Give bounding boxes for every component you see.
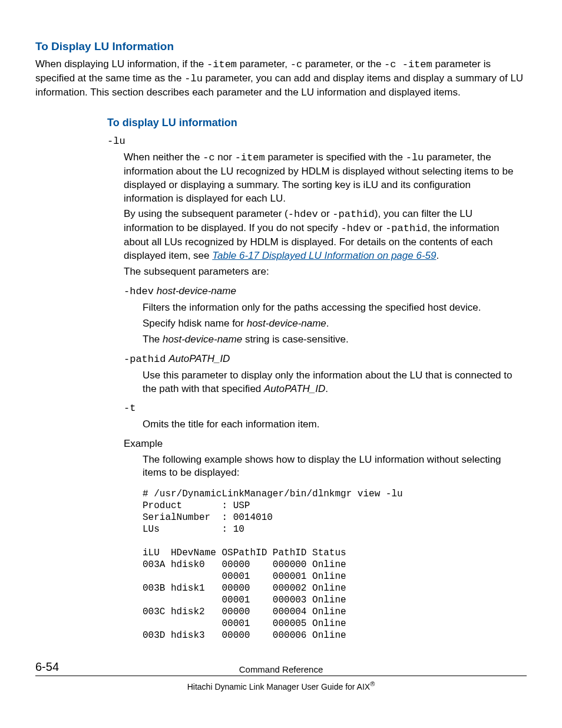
page-content: To Display LU Information When displayin…	[0, 0, 562, 641]
code-inline: -c -item	[384, 59, 432, 70]
example-label: Example	[124, 437, 520, 451]
text: When displaying LU information, if the	[35, 58, 207, 70]
text: .	[436, 250, 439, 261]
code-inline: -lu	[406, 152, 424, 163]
arg: host-device-name	[157, 285, 236, 297]
param-hdev: -hdev host-device-name	[124, 285, 520, 299]
hdev-line-2: Specify hdisk name for host-device-name.	[143, 317, 520, 331]
text: parameter,	[237, 58, 290, 70]
intro-paragraph: When displaying LU information, if the -…	[35, 58, 527, 100]
arg: AutoPATH_ID	[168, 353, 230, 364]
lu-paragraph-3: The subsequent parameters are:	[124, 265, 520, 279]
code-inline: -pathid	[124, 354, 166, 365]
table-link[interactable]: Table 6-17 Displayed LU Information on p…	[212, 250, 436, 261]
text: Hitachi Dynamic Link Manager User Guide …	[187, 682, 370, 691]
text: When neither the	[124, 151, 203, 163]
pathid-line-1: Use this parameter to display only the i…	[143, 369, 520, 396]
text: By using the subsequent parameter (	[124, 208, 288, 219]
param-t: -t	[124, 402, 520, 416]
t-line-1: Omits the title for each information ite…	[143, 418, 520, 431]
page-number: 6-54	[35, 659, 59, 675]
code-inline: -hdev	[341, 223, 371, 234]
text: string is case-sensitive.	[242, 334, 348, 345]
code-inline: -pathid	[332, 209, 374, 220]
arg: host-device-name	[163, 334, 242, 345]
text: or	[371, 222, 386, 233]
param-pathid: -pathid AutoPATH_ID	[124, 353, 520, 367]
example-code-block: # /usr/DynamicLinkManager/bin/dlnkmgr vi…	[143, 488, 527, 641]
footer-doc-title: Hitachi Dynamic Link Manager User Guide …	[35, 680, 527, 693]
arg: host-device-name	[247, 318, 326, 329]
footer-section: Command Reference	[35, 664, 527, 676]
text: .	[325, 383, 328, 394]
code-inline: -hdev	[124, 286, 154, 297]
hdev-line-1: Filters the information only for the pat…	[143, 301, 520, 315]
code-inline: -hdev	[288, 209, 318, 220]
text: nor	[215, 151, 235, 163]
heading-sub: To display LU information	[107, 116, 527, 130]
lu-paragraph-2: By using the subsequent parameter (-hdev…	[124, 207, 520, 263]
code-inline: -item	[235, 152, 265, 163]
text: parameter is specified with the	[265, 151, 406, 163]
hdev-line-3: The host-device-name string is case-sens…	[143, 333, 520, 347]
text: The	[143, 334, 163, 345]
code-inline: -item	[207, 59, 237, 70]
lu-paragraph-1: When neither the -c nor -item parameter …	[124, 151, 520, 206]
text: parameter, or the	[302, 58, 384, 70]
text: Specify hdisk name for	[143, 318, 247, 329]
registered-icon: ®	[370, 680, 375, 687]
arg: AutoPATH_ID	[264, 383, 325, 394]
code-inline: -pathid	[385, 223, 427, 234]
page-footer: 6-54 Command Reference Hitachi Dynamic L…	[35, 663, 527, 693]
code-inline: -c	[290, 59, 302, 70]
text: .	[326, 318, 329, 329]
code-inline: -lu	[184, 73, 203, 84]
text: or	[318, 208, 333, 219]
example-desc: The following example shows how to displ…	[143, 453, 520, 480]
code-inline: -c	[203, 152, 214, 163]
heading-main: To Display LU Information	[35, 39, 527, 54]
param-lu: -lu	[107, 135, 527, 149]
